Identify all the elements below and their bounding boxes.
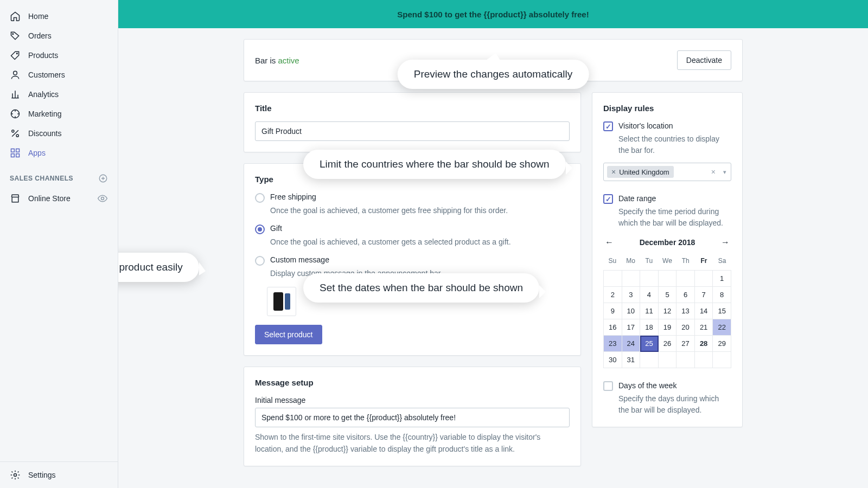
chart-icon: [10, 89, 21, 100]
calendar-day[interactable]: 19: [659, 319, 677, 336]
calendar-day[interactable]: 3: [622, 287, 641, 303]
calendar-day[interactable]: 10: [622, 303, 641, 319]
calendar-day[interactable]: 13: [676, 303, 695, 319]
dow-label: Tu: [640, 254, 658, 268]
remove-tag-icon[interactable]: ×: [611, 168, 616, 176]
message-setup-label: Message setup: [255, 378, 570, 387]
apps-icon: [10, 147, 21, 158]
title-label: Title: [255, 104, 570, 113]
display-rules-card: Display rules Visitor's location Select …: [592, 92, 743, 427]
next-month-button[interactable]: →: [719, 236, 731, 248]
calendar-day[interactable]: 11: [640, 303, 659, 319]
rule-help: Select the countries to display the bar …: [618, 133, 731, 156]
calendar-day[interactable]: 29: [713, 336, 731, 352]
rule-help: Specify the time period during which the…: [618, 206, 731, 229]
nav-orders[interactable]: Orders: [0, 26, 118, 46]
calendar-day[interactable]: 24: [622, 336, 641, 352]
calendar-day[interactable]: 20: [676, 319, 695, 336]
calendar-day[interactable]: 16: [604, 319, 622, 336]
calendar-day[interactable]: 30: [604, 352, 622, 368]
caret-down-icon[interactable]: ▾: [723, 169, 726, 176]
calendar-day[interactable]: 22: [713, 319, 731, 336]
radio-icon: [255, 224, 265, 234]
calendar-day[interactable]: 23: [604, 336, 622, 352]
nav-label: Marketing: [28, 110, 61, 118]
nav-apps[interactable]: Apps: [0, 143, 118, 163]
svg-point-2: [14, 71, 17, 75]
sales-channels-heading: SALES CHANNELS: [0, 163, 118, 189]
calendar-day[interactable]: 12: [659, 303, 677, 319]
calendar-day[interactable]: 1: [713, 271, 731, 287]
calendar-day[interactable]: 21: [695, 319, 713, 336]
calendar-day[interactable]: 27: [676, 336, 695, 352]
calendar-day[interactable]: 14: [695, 303, 713, 319]
select-product-button[interactable]: Select product: [255, 325, 322, 344]
calendar-day[interactable]: 5: [659, 287, 677, 303]
calendar: ← December 2018 → SuMoTuWeThFrSa 1234567…: [603, 236, 731, 368]
calendar-day[interactable]: 9: [604, 303, 622, 319]
radio-gift[interactable]: Gift: [255, 224, 570, 234]
checkbox-date-range[interactable]: Date range: [603, 194, 731, 204]
dow-label: Th: [676, 254, 695, 268]
callout-gift: Select the gift product easily: [118, 253, 199, 282]
eye-icon[interactable]: [97, 193, 108, 204]
country-select[interactable]: ×United Kingdom × ▾: [603, 163, 731, 181]
svg-rect-6: [11, 149, 15, 152]
svg-point-4: [12, 130, 14, 132]
calendar-day[interactable]: 6: [676, 287, 695, 303]
bar-status: Bar is active: [255, 56, 299, 65]
dow-label: Su: [603, 254, 622, 268]
checkbox-icon: [603, 381, 613, 391]
checkbox-visitor-location[interactable]: Visitor's location: [603, 121, 731, 131]
checkbox-days-of-week[interactable]: Days of the week: [603, 381, 731, 391]
nav-analytics[interactable]: Analytics: [0, 85, 118, 104]
nav-label: Orders: [28, 31, 52, 40]
calendar-day[interactable]: 25: [640, 336, 659, 352]
radio-free-shipping[interactable]: Free shipping: [255, 192, 570, 203]
checkbox-icon: [603, 194, 613, 204]
nav-settings[interactable]: Settings: [0, 461, 118, 488]
target-icon: [10, 108, 21, 119]
calendar-day[interactable]: 15: [713, 303, 731, 319]
initial-message-label: Initial message: [255, 396, 570, 404]
nav-marketing[interactable]: Marketing: [0, 104, 118, 124]
calendar-day[interactable]: 8: [713, 287, 731, 303]
calendar-day[interactable]: 18: [640, 319, 659, 336]
title-input[interactable]: [255, 121, 570, 141]
callout-countries: Limit the countries where the bar should…: [303, 150, 566, 179]
deactivate-button[interactable]: Deactivate: [677, 50, 731, 70]
calendar-day[interactable]: 4: [640, 287, 659, 303]
clear-select-icon[interactable]: ×: [711, 168, 716, 176]
initial-message-input[interactable]: [255, 408, 570, 427]
display-rules-label: Display rules: [603, 104, 731, 113]
calendar-day[interactable]: 7: [695, 287, 713, 303]
nav-label: Apps: [28, 149, 46, 157]
svg-point-5: [16, 134, 18, 137]
radio-help: Once the goal is achieved, a customer ge…: [270, 205, 570, 216]
nav-customers[interactable]: Customers: [0, 65, 118, 85]
svg-point-1: [17, 53, 18, 54]
nav-online-store[interactable]: Online Store: [0, 189, 118, 208]
nav-label: Discounts: [28, 129, 61, 138]
message-help: Shown to the first-time site visitors. U…: [255, 432, 570, 455]
nav-home[interactable]: Home: [0, 7, 118, 26]
nav-label: Analytics: [28, 90, 59, 99]
calendar-day[interactable]: 28: [695, 336, 713, 352]
gear-icon: [10, 470, 21, 480]
calendar-day[interactable]: 26: [659, 336, 677, 352]
calendar-day[interactable]: 31: [622, 352, 641, 368]
nav-discounts[interactable]: Discounts: [0, 124, 118, 143]
nav-products[interactable]: Products: [0, 46, 118, 65]
dow-label: Sa: [713, 254, 731, 268]
nav-label: Customers: [28, 70, 65, 79]
radio-custom[interactable]: Custom message: [255, 255, 570, 266]
calendar-day[interactable]: 2: [604, 287, 622, 303]
calendar-day[interactable]: 17: [622, 319, 641, 336]
svg-point-11: [101, 197, 104, 200]
rule-help: Specify the days during which the bar wi…: [618, 393, 731, 416]
home-icon: [10, 11, 21, 22]
prev-month-button[interactable]: ←: [603, 236, 615, 248]
person-icon: [10, 69, 21, 80]
dow-label: We: [658, 254, 676, 268]
plus-circle-icon[interactable]: [98, 174, 108, 183]
